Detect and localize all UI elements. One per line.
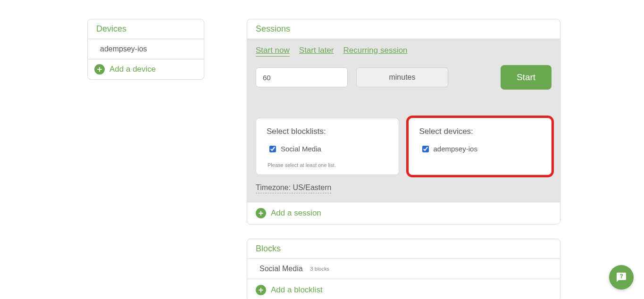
add-device-label: Add a device xyxy=(109,65,156,74)
session-tabs: Start now Start later Recurring session xyxy=(256,46,552,57)
session-controls: minutes Start xyxy=(256,65,552,90)
plus-icon: + xyxy=(256,208,266,218)
select-devices-box: Select devices: adempsey-ios xyxy=(409,118,552,175)
select-devices-title: Select devices: xyxy=(419,127,541,136)
help-icon xyxy=(616,272,627,283)
unit-select[interactable]: minutes xyxy=(356,67,448,87)
tab-start-later[interactable]: Start later xyxy=(299,46,334,57)
device-name: adempsey-ios xyxy=(100,45,147,53)
block-row[interactable]: Social Media 3 blocks xyxy=(247,259,560,279)
sessions-panel: Sessions Start now Start later Recurring… xyxy=(247,19,560,224)
sessions-header: Sessions xyxy=(247,19,560,39)
start-button[interactable]: Start xyxy=(501,65,552,90)
add-device-button[interactable]: + Add a device xyxy=(88,59,204,79)
blocks-header: Blocks xyxy=(247,239,560,259)
device-checkbox[interactable] xyxy=(422,146,429,152)
devices-header: Devices xyxy=(88,19,204,39)
blocklist-item[interactable]: Social Media xyxy=(269,145,388,153)
blocklist-label: Social Media xyxy=(281,145,321,153)
select-panels: Select blocklists: Social Media Please s… xyxy=(256,118,552,175)
select-blocklists-box: Select blocklists: Social Media Please s… xyxy=(256,118,399,175)
add-blocklist-button[interactable]: + Add a blocklist xyxy=(247,279,560,299)
timezone-link[interactable]: Timezone: US/Eastern xyxy=(256,183,331,193)
device-select-label: adempsey-ios xyxy=(434,145,477,153)
add-session-button[interactable]: + Add a session xyxy=(247,202,560,224)
help-button[interactable] xyxy=(609,265,634,290)
duration-input[interactable] xyxy=(256,67,348,87)
tab-recurring[interactable]: Recurring session xyxy=(343,46,408,57)
blocklist-hint: Please select at least one list. xyxy=(268,162,388,168)
blocks-panel: Blocks Social Media 3 blocks + Add a blo… xyxy=(247,239,560,299)
blocklist-checkbox[interactable] xyxy=(269,146,276,152)
select-blocklists-title: Select blocklists: xyxy=(267,127,388,136)
sessions-body: Start now Start later Recurring session … xyxy=(247,39,560,202)
devices-panel: Devices adempsey-ios + Add a device xyxy=(87,19,204,80)
device-select-item[interactable]: adempsey-ios xyxy=(422,145,541,153)
add-session-label: Add a session xyxy=(271,208,321,218)
plus-icon: + xyxy=(256,285,266,295)
plus-icon: + xyxy=(94,64,105,75)
device-row[interactable]: adempsey-ios xyxy=(88,39,204,59)
block-name: Social Media xyxy=(259,265,303,273)
block-count: 3 blocks xyxy=(310,266,329,272)
tab-start-now[interactable]: Start now xyxy=(256,46,290,57)
add-blocklist-label: Add a blocklist xyxy=(271,285,323,295)
